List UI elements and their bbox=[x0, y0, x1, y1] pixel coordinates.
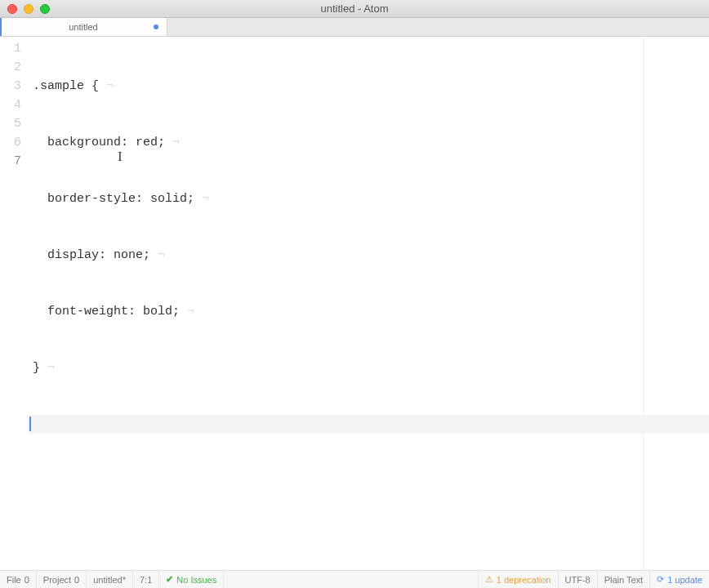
status-cursor-position[interactable]: 7:1 bbox=[133, 571, 159, 588]
tab-dirty-dot-icon[interactable] bbox=[154, 24, 158, 29]
line-number: 4 bbox=[0, 96, 21, 114]
title-bar: untitled - Atom bbox=[0, 0, 709, 18]
gutter[interactable]: 1 2 3 4 5 6 7 bbox=[0, 37, 28, 570]
code-line: .sample { ¬ bbox=[28, 77, 709, 96]
window-title: untitled - Atom bbox=[0, 2, 709, 15]
code-line-active bbox=[28, 415, 709, 434]
code-line: font-weight: bold; ¬ bbox=[28, 302, 709, 321]
squirrel-icon: ⟳ bbox=[657, 574, 664, 585]
code-line: } ¬ bbox=[28, 359, 709, 377]
line-number: 7 bbox=[0, 152, 21, 171]
invisible-char: ¬ bbox=[99, 79, 114, 93]
line-number: 1 bbox=[0, 39, 21, 58]
invisible-char: ¬ bbox=[150, 248, 165, 262]
invisible-char: ¬ bbox=[165, 136, 180, 149]
traffic-lights bbox=[0, 4, 50, 14]
status-bar: File 0 Project 0 untitled* 7:1 ✔ No Issu… bbox=[0, 570, 709, 588]
tab-active-indicator bbox=[0, 18, 2, 36]
code-line: display: none; ¬ bbox=[28, 246, 709, 265]
line-number: 2 bbox=[0, 58, 21, 77]
tab-untitled[interactable]: untitled bbox=[0, 18, 167, 36]
code-line: background: red; ¬ bbox=[28, 133, 709, 152]
warning-icon: ⚠ bbox=[485, 574, 493, 585]
status-file[interactable]: File 0 bbox=[0, 571, 37, 588]
invisible-char: ¬ bbox=[194, 192, 209, 206]
line-number: 5 bbox=[0, 114, 21, 133]
close-window-button[interactable] bbox=[7, 4, 17, 14]
maximize-window-button[interactable] bbox=[40, 4, 50, 14]
status-path[interactable]: untitled* bbox=[87, 571, 133, 588]
status-project[interactable]: Project 0 bbox=[37, 571, 87, 588]
status-linter[interactable]: ✔ No Issues bbox=[159, 571, 224, 588]
check-icon: ✔ bbox=[166, 574, 173, 585]
editor[interactable]: 1 2 3 4 5 6 7 .sample { ¬ background: re… bbox=[0, 37, 709, 570]
tab-bar[interactable]: untitled bbox=[0, 18, 709, 37]
code-line: border-style: solid; ¬ bbox=[28, 189, 709, 208]
line-number: 3 bbox=[0, 77, 21, 96]
tab-label: untitled bbox=[0, 22, 167, 32]
minimize-window-button[interactable] bbox=[24, 4, 33, 14]
code-content[interactable]: .sample { ¬ background: red; ¬ border-st… bbox=[28, 37, 709, 570]
status-right: ⚠ 1 deprecation UTF-8 Plain Text ⟳ 1 upd… bbox=[478, 571, 709, 588]
status-update[interactable]: ⟳ 1 update bbox=[649, 571, 709, 588]
invisible-char: ¬ bbox=[40, 361, 55, 375]
cursor-caret-icon bbox=[29, 416, 31, 431]
invisible-char: ¬ bbox=[180, 305, 194, 318]
status-encoding[interactable]: UTF-8 bbox=[558, 571, 597, 588]
status-grammar[interactable]: Plain Text bbox=[597, 571, 650, 588]
status-deprecation[interactable]: ⚠ 1 deprecation bbox=[478, 571, 558, 588]
line-number: 6 bbox=[0, 133, 21, 152]
